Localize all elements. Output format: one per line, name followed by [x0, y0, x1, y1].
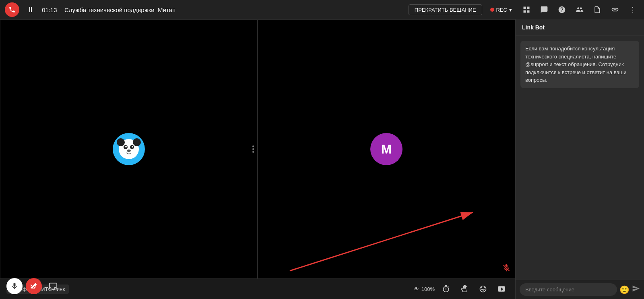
video-area: М Платформа МТС Линк — [0, 19, 515, 299]
layout-icon-button[interactable] — [520, 3, 533, 16]
svg-rect-0 — [524, 7, 526, 9]
screen-share-button[interactable] — [45, 278, 61, 294]
top-bar: ⏸ 01:13 Служба технической поддержки Мит… — [0, 0, 644, 19]
files-icon-button[interactable] — [591, 3, 604, 16]
emoji-button[interactable]: 🙂 — [619, 285, 630, 295]
rec-dot — [490, 8, 494, 12]
svg-rect-2 — [524, 10, 526, 13]
bottom-bar: Платформа МТС Линк 👁 100% — [0, 279, 515, 299]
zoom-level: 100% — [421, 286, 435, 292]
timer-icon-button[interactable] — [439, 282, 453, 296]
tile-options-dots[interactable] — [252, 145, 254, 153]
svg-rect-1 — [527, 7, 530, 9]
chat-messages: Если вам понадобится консультация технич… — [516, 36, 644, 280]
chat-icon-button[interactable] — [538, 3, 551, 16]
stop-broadcast-button[interactable]: ПРЕКРАТИТЬ ВЕЩАНИЕ — [409, 4, 482, 15]
record-icon-button[interactable] — [494, 282, 509, 296]
svg-point-7 — [133, 138, 141, 146]
svg-point-12 — [127, 150, 131, 152]
media-controls — [6, 278, 61, 294]
meeting-title: Служба технической поддержки Митап — [64, 6, 175, 13]
rec-button[interactable]: REC ▾ — [487, 5, 515, 15]
mic-muted-icon — [502, 264, 511, 274]
participants-icon-button[interactable] — [573, 3, 586, 16]
qa-icon-button[interactable] — [555, 3, 568, 16]
panda-icon — [115, 135, 143, 163]
chat-header: Link Bot — [516, 19, 644, 36]
phone-off-icon — [8, 6, 16, 13]
more-options-button[interactable]: ⋮ — [626, 3, 639, 16]
chat-input-area: 🙂 — [516, 280, 644, 299]
svg-rect-3 — [527, 10, 530, 13]
call-timer: 01:13 — [42, 6, 60, 13]
main-area: М Платформа МТС Линк — [0, 19, 644, 299]
pause-button[interactable]: ⏸ — [24, 3, 37, 16]
eye-icon: 👁 — [414, 286, 419, 292]
m-avatar: М — [370, 133, 402, 165]
link-icon-button[interactable] — [609, 3, 621, 16]
svg-point-6 — [117, 138, 125, 146]
end-call-button[interactable] — [5, 2, 19, 17]
video-tile-1 — [0, 19, 258, 279]
panda-avatar — [113, 133, 145, 165]
svg-point-11 — [132, 146, 133, 147]
chat-message-1: Если вам понадобится консультация технич… — [520, 41, 639, 88]
reactions-icon-button[interactable] — [476, 282, 490, 296]
video-tile-2: М — [258, 19, 515, 279]
camera-off-button[interactable] — [26, 278, 42, 294]
svg-point-10 — [125, 146, 127, 147]
chat-panel: Link Bot Если вам понадобится консультац… — [515, 19, 644, 299]
send-button[interactable] — [632, 284, 640, 295]
chat-input[interactable] — [520, 283, 617, 296]
zoom-area: 👁 100% — [414, 286, 435, 292]
video-grid: М — [0, 19, 515, 279]
hand-icon-button[interactable] — [457, 282, 472, 296]
mic-button[interactable] — [6, 278, 23, 294]
